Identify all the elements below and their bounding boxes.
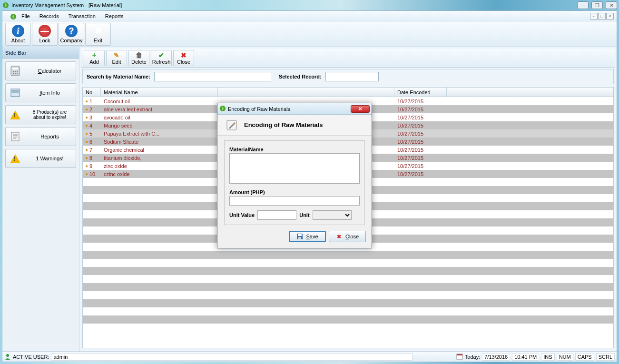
col-amount[interactable] bbox=[218, 88, 394, 97]
row-no: 1 bbox=[88, 98, 101, 104]
dialog-titlebar[interactable]: Encoding of Raw Materials ✕ bbox=[217, 103, 372, 115]
warning-icon bbox=[9, 108, 22, 121]
svg-point-9 bbox=[17, 73, 18, 74]
sidebar-calculator-label: Calculator bbox=[27, 68, 73, 74]
row-name: Papaya Extract with C... bbox=[101, 131, 218, 137]
close-label: Close bbox=[345, 234, 359, 239]
status-bar: ACTIVE USER: admin Today: 7/13/2016 10:4… bbox=[2, 351, 617, 362]
app-icon bbox=[2, 1, 10, 9]
window-close-button[interactable]: ✕ bbox=[606, 1, 617, 9]
calculator-icon bbox=[9, 64, 22, 78]
unit-select[interactable] bbox=[313, 210, 352, 220]
window-title: Inventory Management System - [Raw Mater… bbox=[11, 2, 122, 8]
sidebar-warnings-button[interactable]: 1 Warnings! bbox=[5, 149, 76, 168]
materialname-input[interactable] bbox=[229, 153, 360, 184]
row-no: 10 bbox=[88, 171, 101, 177]
row-date: 10/27/2015 bbox=[394, 123, 447, 128]
row-bullet-icon: ● bbox=[83, 148, 88, 152]
refresh-button[interactable]: ✔ Refresh bbox=[151, 50, 172, 66]
close-label: Close bbox=[177, 59, 190, 65]
selected-record-label: Selected Record: bbox=[279, 74, 322, 79]
exit-button[interactable]: ✖ Exit bbox=[85, 23, 111, 46]
row-no: 3 bbox=[88, 115, 101, 120]
dialog-close-button[interactable]: ✖ Close bbox=[329, 231, 366, 242]
unitvalue-input[interactable] bbox=[257, 210, 296, 220]
calendar-icon bbox=[456, 353, 463, 361]
add-button[interactable]: ＋ Add bbox=[84, 50, 105, 66]
row-name: czinc oxide bbox=[101, 171, 218, 177]
col-date[interactable]: Date Encoded bbox=[394, 88, 447, 97]
table-row bbox=[83, 283, 613, 291]
dialog-form: MaterialName Amount (PHP) Unit Value Uni… bbox=[217, 136, 372, 227]
svg-point-7 bbox=[13, 73, 14, 74]
row-bullet-icon: ● bbox=[83, 123, 88, 128]
about-label: About bbox=[11, 38, 25, 43]
dialog-header: Encoding of Raw Materials bbox=[217, 115, 372, 136]
row-no: 8 bbox=[88, 155, 101, 161]
exit-label: Exit bbox=[94, 38, 102, 43]
col-name[interactable]: Material Name bbox=[101, 88, 218, 97]
mdi-restore-button[interactable]: □ bbox=[598, 13, 606, 20]
active-user-label: ACTIVE USER: bbox=[13, 354, 49, 360]
status-time: 10:41 PM bbox=[512, 353, 539, 361]
table-row bbox=[83, 259, 613, 267]
close-icon: ✖ bbox=[336, 233, 343, 240]
edit-button[interactable]: ✎ Edit bbox=[106, 50, 127, 66]
delete-button[interactable]: 🗑 Delete bbox=[128, 50, 149, 66]
dialog-close-x-button[interactable]: ✕ bbox=[351, 105, 370, 113]
row-date: 10/27/2015 bbox=[394, 171, 447, 177]
svg-point-8 bbox=[15, 73, 16, 74]
lock-button[interactable]: — Lock bbox=[32, 23, 58, 46]
sidebar-expire-button[interactable]: 8 Product(s) areabout to expire! bbox=[5, 105, 76, 124]
company-button[interactable]: ? Company bbox=[59, 23, 84, 46]
sidebar-reports-button[interactable]: Reports bbox=[5, 127, 76, 146]
add-label: Add bbox=[89, 59, 99, 65]
about-button[interactable]: i About bbox=[5, 23, 31, 46]
menu-records[interactable]: Records bbox=[35, 12, 64, 20]
table-row bbox=[83, 275, 613, 283]
svg-rect-3 bbox=[12, 68, 18, 69]
row-no: 9 bbox=[88, 163, 101, 169]
table-row bbox=[83, 291, 613, 299]
row-date: 10/27/2015 bbox=[394, 163, 447, 169]
no-entry-icon: — bbox=[39, 25, 51, 37]
save-label: Save bbox=[306, 234, 318, 239]
status-date: 7/13/2016 bbox=[482, 353, 510, 361]
menu-file[interactable]: File bbox=[17, 12, 35, 20]
today-label: Today: bbox=[465, 354, 480, 360]
sidebar-iteminfo-label: Item Info bbox=[27, 90, 73, 96]
materialname-label: MaterialName bbox=[229, 147, 360, 152]
row-date: 10/27/2015 bbox=[394, 107, 447, 112]
mdi-close-button[interactable]: × bbox=[606, 13, 614, 20]
close-button[interactable]: ✖ Close bbox=[173, 50, 194, 66]
table-row bbox=[83, 307, 613, 315]
mdi-minimize-button[interactable]: - bbox=[590, 13, 598, 20]
unit-label: Unit bbox=[299, 212, 309, 218]
window-restore-button[interactable]: ❐ bbox=[591, 1, 603, 9]
search-input[interactable] bbox=[154, 72, 271, 81]
main-toolbar: i About — Lock ? Company ✖ Exit bbox=[2, 21, 617, 47]
search-bar: Search by Material Name: Selected Record… bbox=[82, 69, 614, 84]
row-no: 2 bbox=[88, 107, 101, 112]
sidebar-calculator-button[interactable]: Calculator bbox=[5, 61, 76, 80]
sidebar-reports-label: Reports bbox=[27, 134, 73, 139]
row-bullet-icon: ● bbox=[83, 172, 88, 177]
user-icon bbox=[4, 353, 11, 361]
row-name: Mango seed bbox=[101, 123, 218, 128]
dialog-icon bbox=[219, 105, 226, 113]
menu-transaction[interactable]: Transaction bbox=[64, 12, 100, 20]
notepad-icon bbox=[225, 118, 238, 132]
menu-reports[interactable]: Reports bbox=[100, 12, 128, 20]
window-minimize-button[interactable]: — bbox=[577, 1, 589, 9]
warning-icon bbox=[9, 152, 22, 165]
selected-record-input[interactable] bbox=[325, 72, 379, 81]
sidebar: Side Bar Calculator Item Info 8 Product(… bbox=[2, 47, 79, 351]
dialog-save-button[interactable]: Save bbox=[289, 231, 326, 242]
row-date: 10/27/2015 bbox=[394, 131, 447, 137]
row-date: 10/27/2015 bbox=[394, 98, 447, 104]
sidebar-iteminfo-button[interactable]: Item Info bbox=[5, 83, 76, 102]
row-bullet-icon: ● bbox=[83, 115, 88, 120]
col-no[interactable]: No bbox=[83, 88, 101, 97]
amount-input[interactable] bbox=[229, 196, 360, 206]
row-date: 10/27/2015 bbox=[394, 139, 447, 145]
